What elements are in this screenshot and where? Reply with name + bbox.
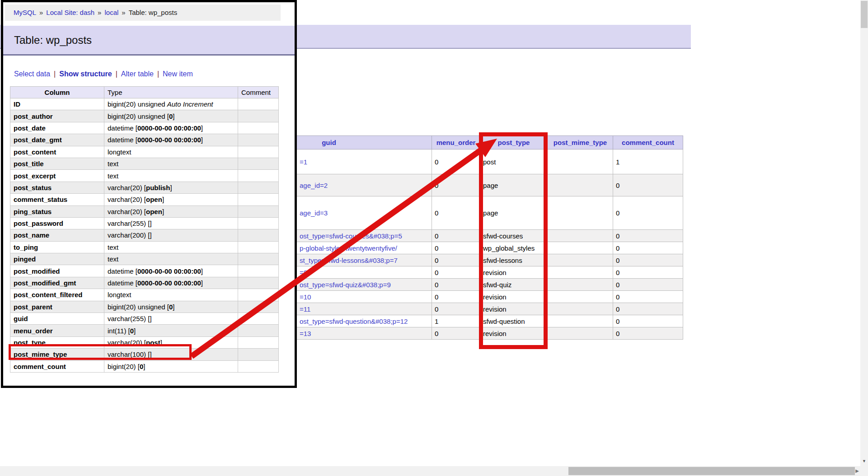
structure-row-post_modified_gmt: post_modified_gmtdatetime [0000-00-00 00… (10, 277, 279, 289)
breadcrumb-link-mysql[interactable]: MySQL (14, 9, 36, 16)
guid-link[interactable]: age_id=2 (300, 182, 328, 189)
column-type: text (104, 241, 238, 253)
structure-row-post_author: post_authorbigint(20) unsigned [0] (10, 110, 279, 122)
column-comment (238, 194, 279, 205)
breadcrumb: MySQL»Local Site: dash»local»Table: wp_p… (5, 5, 281, 21)
column-type: longtext (104, 289, 238, 301)
breadcrumb-separator: » (39, 9, 43, 16)
column-comment (238, 182, 279, 193)
breadcrumb-link-local-site[interactable]: Local Site: dash (46, 9, 94, 16)
cell-post-mime-type (548, 327, 613, 340)
structure-row-post_parent: post_parentbigint(20) unsigned [0] (10, 301, 279, 313)
column-comment (238, 313, 279, 325)
column-comment (238, 158, 279, 169)
structure-row-comment_status: comment_statusvarchar(20) [open] (10, 194, 279, 205)
column-name: post_parent (10, 301, 104, 313)
scroll-down-icon[interactable]: ▼ (860, 459, 868, 463)
guid-link[interactable]: =10 (300, 293, 311, 301)
cell-comment-count: 0 (613, 327, 683, 340)
nav-select-data[interactable]: Select data (14, 70, 50, 78)
structure-row-post_date: post_datedatetime [0000-00-00 00:00:00] (10, 122, 279, 134)
structure-row-post_content_filtered: post_content_filteredlongtext (10, 289, 279, 301)
structure-row-post_status: post_statusvarchar(20) [publish] (10, 182, 279, 193)
nav-show-structure[interactable]: Show structure (59, 70, 112, 78)
breadcrumb-link-database[interactable]: local (104, 9, 118, 16)
guid-link[interactable]: =13 (300, 330, 311, 337)
column-header-menu_order[interactable]: menu_order (432, 136, 480, 149)
cell-menu-order: 0 (432, 242, 480, 254)
column-comment (238, 301, 279, 313)
scroll-right-icon[interactable]: ▶ (855, 468, 859, 474)
column-comment (238, 98, 279, 110)
vertical-scrollbar-thumb[interactable] (861, 1, 868, 28)
cell-post-mime-type (548, 266, 613, 279)
column-comment (238, 265, 279, 277)
cell-comment-count: 0 (613, 303, 683, 315)
table-nav: Select data|Show structure|Alter table|N… (14, 70, 193, 78)
column-name: ping_status (10, 205, 104, 217)
structure-table: Column Type Comment IDbigint(20) unsigne… (10, 86, 279, 373)
column-header-post_mime_type[interactable]: post_mime_type (548, 136, 613, 149)
guid-link[interactable]: =11 (300, 305, 310, 313)
column-comment (238, 146, 279, 158)
column-comment (238, 229, 279, 241)
guid-link[interactable]: ost_type=sfwd-courses&#038;p=5 (300, 232, 402, 240)
structure-header-column: Column (10, 87, 104, 98)
column-type: bigint(20) unsigned [0] (104, 301, 238, 313)
column-type: text (104, 158, 238, 169)
annotation-post-type-row-box (9, 344, 192, 360)
cell-post-mime-type (548, 315, 613, 327)
nav-separator: | (157, 70, 159, 78)
nav-alter-table[interactable]: Alter table (121, 70, 154, 78)
column-name: post_content (10, 146, 104, 158)
horizontal-scrollbar[interactable]: ▶ (0, 466, 860, 476)
structure-header-type: Type (104, 87, 238, 98)
cell-post-mime-type (548, 174, 613, 196)
column-name: post_author (10, 110, 104, 122)
column-type: int(11) [0] (104, 325, 238, 336)
column-type: bigint(20) unsigned Auto Increment (104, 98, 238, 110)
vertical-scrollbar[interactable]: ▼ (860, 0, 868, 476)
guid-link[interactable]: ost_type=sfwd-quiz&#038;p=9 (300, 281, 391, 289)
structure-row-pinged: pingedtext (10, 253, 279, 265)
structure-header-comment: Comment (238, 87, 279, 98)
column-type: varchar(20) [publish] (104, 182, 238, 193)
guid-link[interactable]: p-global-styles-twentytwentyfive/ (300, 244, 397, 252)
column-name: post_password (10, 217, 104, 229)
cell-menu-order: 0 (432, 303, 480, 315)
guid-link[interactable]: =8 (300, 269, 307, 276)
cell-comment-count: 1 (613, 149, 683, 174)
breadcrumb-separator: » (98, 9, 101, 16)
breadcrumb-separator: » (122, 9, 125, 16)
nav-new-item[interactable]: New item (163, 70, 193, 78)
column-name: post_modified_gmt (10, 277, 104, 289)
cell-comment-count: 0 (613, 291, 683, 303)
structure-row-to_ping: to_pingtext (10, 241, 279, 253)
column-comment (238, 360, 279, 372)
guid-link[interactable]: age_id=3 (300, 209, 328, 217)
adminer-structure-window: MySQL»Local Site: dash»local»Table: wp_p… (1, 0, 297, 388)
column-type: datetime [0000-00-00 00:00:00] (104, 265, 238, 277)
guid-link[interactable]: ost_type=sfwd-question&#038;p=12 (300, 317, 408, 325)
structure-row-ID: IDbigint(20) unsigned Auto Increment (10, 98, 279, 110)
column-type: bigint(20) [0] (104, 360, 238, 372)
column-comment (238, 349, 279, 360)
column-header-comment_count[interactable]: comment_count (613, 136, 683, 149)
column-name: post_excerpt (10, 170, 104, 182)
column-name: post_name (10, 229, 104, 241)
column-name: pinged (10, 253, 104, 265)
page-title: Table: wp_posts (14, 34, 92, 47)
cell-post-mime-type (548, 196, 613, 230)
column-comment (238, 253, 279, 265)
column-name: ID (10, 98, 104, 110)
structure-row-post_password: post_passwordvarchar(255) [] (10, 217, 279, 229)
guid-link[interactable]: st_type=sfwd-lessons&#038;p=7 (300, 257, 398, 264)
cell-post-mime-type (548, 291, 613, 303)
guid-link[interactable]: =1 (300, 158, 307, 166)
horizontal-scrollbar-thumb[interactable] (568, 467, 855, 475)
column-comment (238, 277, 279, 289)
column-type: varchar(255) [] (104, 313, 238, 325)
column-name: post_content_filtered (10, 289, 104, 301)
nav-separator: | (116, 70, 117, 78)
column-name: post_modified (10, 265, 104, 277)
